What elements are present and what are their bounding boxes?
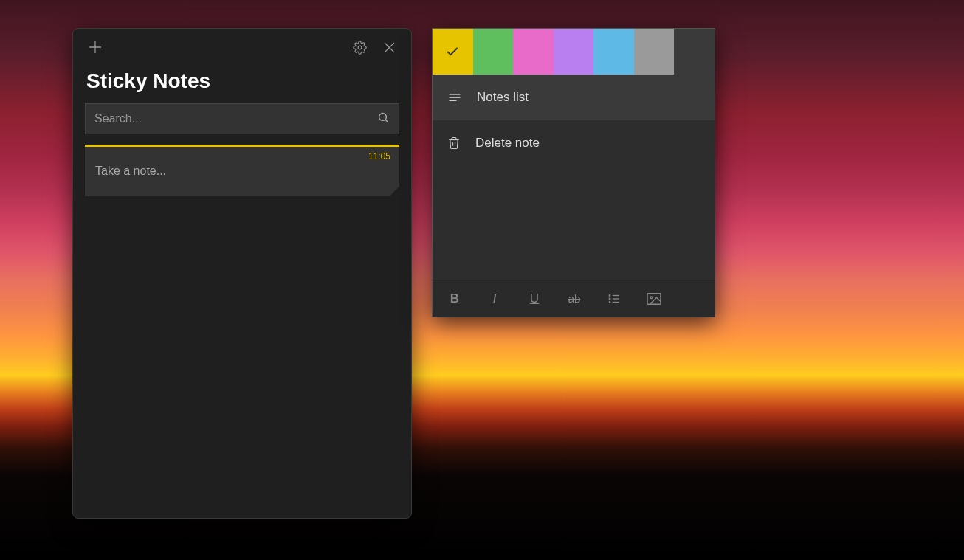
svg-point-16 (609, 301, 610, 303)
plus-icon (89, 41, 102, 54)
gear-icon (353, 41, 367, 55)
color-swatch-purple[interactable] (554, 29, 594, 75)
color-swatch-yellow[interactable] (433, 29, 473, 75)
format-toolbar: B I U ab (433, 280, 715, 317)
image-icon (646, 292, 662, 305)
color-picker-row (433, 29, 715, 75)
note-timestamp: 11:05 (368, 151, 390, 162)
menu-label: Delete note (475, 136, 540, 151)
sticky-notes-list-window: Sticky Notes 11:05 Take a note... (72, 28, 412, 519)
settings-button[interactable] (345, 32, 374, 62)
svg-line-6 (385, 120, 388, 122)
italic-button[interactable]: I (483, 287, 506, 311)
app-title: Sticky Notes (73, 66, 411, 103)
svg-point-14 (609, 298, 610, 300)
svg-point-2 (358, 46, 362, 49)
image-button[interactable] (642, 287, 666, 311)
titlebar (73, 29, 411, 66)
new-note-button[interactable] (80, 32, 110, 62)
note-editor-window: Notes list Delete note B I U ab (432, 28, 715, 317)
trash-icon (447, 136, 461, 151)
color-swatch-blue[interactable] (593, 29, 634, 75)
notes-list-menu-item[interactable]: Notes list (433, 75, 715, 120)
note-preview-text: Take a note... (95, 165, 389, 178)
color-swatch-gray[interactable] (634, 29, 675, 75)
close-icon (384, 42, 395, 53)
color-swatch-green[interactable] (473, 29, 514, 75)
svg-point-12 (609, 294, 610, 296)
note-body[interactable] (433, 166, 715, 280)
bullet-list-icon (607, 292, 621, 305)
menu-label: Notes list (477, 90, 529, 105)
search-bar[interactable] (85, 103, 399, 134)
strikethrough-button[interactable]: ab (562, 287, 586, 311)
note-list-item[interactable]: 11:05 Take a note... (85, 145, 399, 196)
color-swatch-charcoal[interactable] (674, 29, 715, 75)
search-icon (377, 111, 390, 127)
search-input[interactable] (94, 112, 377, 125)
svg-point-5 (379, 113, 386, 120)
bullet-list-button[interactable] (602, 287, 626, 311)
color-swatch-pink[interactable] (513, 29, 554, 75)
checkmark-icon (445, 44, 460, 59)
underline-button[interactable]: U (523, 287, 546, 311)
svg-point-19 (650, 296, 653, 298)
list-icon (447, 90, 462, 105)
bold-button[interactable]: B (443, 287, 466, 311)
delete-note-menu-item[interactable]: Delete note (433, 120, 715, 166)
folded-corner-icon (389, 186, 399, 196)
close-button[interactable] (374, 32, 404, 62)
